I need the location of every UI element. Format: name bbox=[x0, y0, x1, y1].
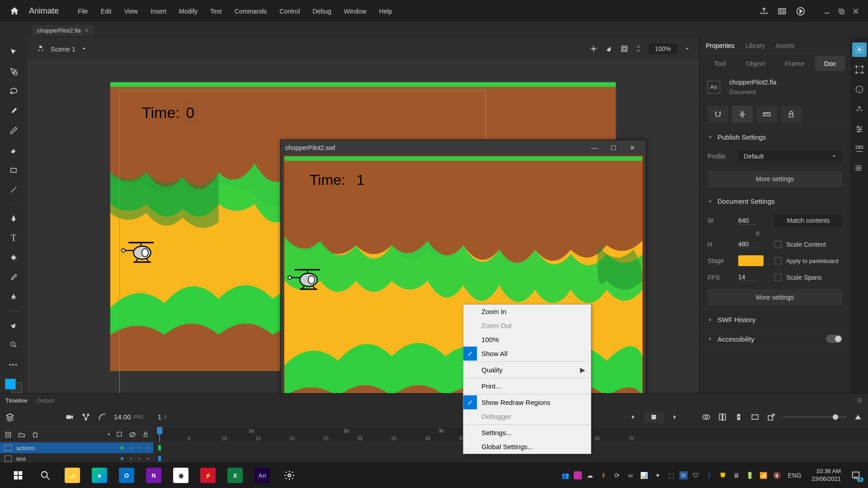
graph-icon[interactable] bbox=[81, 413, 90, 422]
clock[interactable]: 10:38 AM 23/06/2021 bbox=[807, 468, 845, 483]
edge-app[interactable]: e bbox=[86, 465, 113, 486]
delete-layer-icon[interactable] bbox=[32, 431, 39, 438]
search-button[interactable] bbox=[32, 465, 59, 486]
center-stage-icon[interactable] bbox=[590, 45, 598, 53]
fg-color[interactable] bbox=[5, 379, 16, 389]
lock-icon[interactable] bbox=[142, 431, 149, 437]
menu-window[interactable]: Window bbox=[339, 5, 372, 18]
layer-visibility-dot[interactable]: • bbox=[130, 455, 132, 462]
rotate-icon[interactable] bbox=[605, 45, 613, 53]
eraser-tool[interactable] bbox=[5, 143, 23, 158]
explorer-app[interactable]: 📁 bbox=[59, 465, 86, 486]
tray-sync-icon[interactable]: ⟳ bbox=[612, 470, 623, 481]
rail-properties-icon[interactable] bbox=[852, 42, 867, 57]
ctx-show-redraw[interactable]: ✓ Show Redraw Regions bbox=[463, 395, 591, 409]
keyframe[interactable] bbox=[158, 456, 161, 461]
eyedropper-tool[interactable] bbox=[5, 270, 23, 285]
subtab-frame[interactable]: Frame bbox=[776, 56, 813, 71]
tray-cc-icon[interactable]: ∞ bbox=[625, 470, 636, 481]
scene-name[interactable]: Scene 1 bbox=[51, 45, 75, 53]
text-tool[interactable]: T bbox=[5, 230, 23, 246]
lang-indicator[interactable]: ENG bbox=[785, 472, 804, 479]
output-tab[interactable]: Output bbox=[37, 397, 54, 404]
prev-frame-button[interactable] bbox=[629, 413, 637, 421]
layer-outline-dot[interactable]: • bbox=[146, 455, 149, 462]
color-swatch[interactable] bbox=[5, 379, 22, 393]
profile-select[interactable]: Default bbox=[738, 150, 842, 163]
rail-color-icon[interactable] bbox=[852, 102, 867, 117]
tray-word-icon[interactable]: W bbox=[679, 471, 688, 479]
lasso-tool[interactable] bbox=[5, 84, 23, 99]
stop-button[interactable] bbox=[644, 411, 664, 423]
rectangle-tool[interactable] bbox=[5, 163, 23, 178]
publish-more-button[interactable]: More settings bbox=[708, 171, 842, 187]
accessibility-toggle[interactable] bbox=[826, 335, 842, 343]
keyframe-icon[interactable] bbox=[734, 413, 743, 422]
tray-onedrive-icon[interactable]: ☁ bbox=[585, 470, 595, 481]
fps-value[interactable]: 14.00 bbox=[114, 413, 131, 421]
snap-align-button[interactable] bbox=[732, 106, 753, 123]
onion-skin-icon[interactable] bbox=[702, 413, 711, 422]
line-tool[interactable] bbox=[5, 182, 23, 197]
match-contents-button[interactable]: Match contents bbox=[774, 214, 842, 227]
ease-icon[interactable] bbox=[98, 413, 107, 422]
home-icon[interactable] bbox=[9, 6, 20, 17]
swf-minimize-button[interactable]: — bbox=[585, 141, 604, 154]
props-tab-assets[interactable]: Assets bbox=[776, 42, 795, 49]
layer-row[interactable]: actions • • • bbox=[0, 442, 153, 453]
tray-chart-icon[interactable]: 📊 bbox=[639, 470, 650, 481]
snap-magnet-button[interactable] bbox=[708, 106, 728, 123]
ctx-show-all[interactable]: ✓ Show All bbox=[463, 347, 591, 361]
selection-tool[interactable] bbox=[5, 44, 23, 60]
zoom-level[interactable]: 100% bbox=[648, 43, 677, 54]
free-transform-tool[interactable] bbox=[5, 64, 23, 80]
tray-cube-icon[interactable]: ⬚ bbox=[666, 470, 677, 481]
ctx-quality[interactable]: Quality ▶ bbox=[463, 363, 591, 377]
layer-visibility-dot[interactable]: • bbox=[130, 445, 132, 451]
clip-icon[interactable] bbox=[620, 45, 628, 53]
stage-time-value[interactable]: 0 bbox=[184, 103, 197, 122]
timeline-zoom-icon[interactable] bbox=[854, 413, 863, 422]
rail-align-icon[interactable] bbox=[852, 142, 867, 156]
menu-commands[interactable]: Commands bbox=[229, 5, 273, 18]
maximize-icon[interactable] bbox=[838, 8, 844, 14]
tab-close-icon[interactable]: ✕ bbox=[85, 28, 89, 33]
tray-wifi-icon[interactable]: 📶 bbox=[758, 470, 769, 481]
menu-control[interactable]: Control bbox=[274, 5, 305, 18]
menu-insert[interactable]: Insert bbox=[145, 5, 172, 18]
subtab-tool[interactable]: Tool bbox=[705, 56, 736, 71]
zoom-tool[interactable] bbox=[5, 338, 23, 353]
tray-teams-icon[interactable]: 👥 bbox=[560, 470, 571, 481]
layer-dot-icon[interactable]: • bbox=[108, 431, 110, 438]
subtab-doc[interactable]: Doc bbox=[815, 56, 845, 71]
lock-button[interactable] bbox=[781, 106, 802, 123]
pasteboard-checkbox[interactable] bbox=[774, 257, 782, 264]
props-tab-properties[interactable]: Properties bbox=[706, 42, 735, 49]
add-layer-icon[interactable] bbox=[5, 431, 12, 438]
tray-defender-icon[interactable]: 🛡 bbox=[690, 470, 701, 481]
ctx-global-settings[interactable]: Global Settings... bbox=[463, 440, 591, 454]
minimize-icon[interactable] bbox=[824, 8, 830, 14]
layer-color[interactable] bbox=[121, 457, 123, 460]
blank-keyframe-icon[interactable] bbox=[750, 413, 760, 422]
rail-transform-icon[interactable] bbox=[852, 62, 867, 77]
fps-input[interactable]: 14 bbox=[738, 273, 756, 281]
scene-icon[interactable] bbox=[36, 44, 45, 53]
animate-app[interactable]: An bbox=[249, 465, 276, 486]
menu-modify[interactable]: Modify bbox=[174, 5, 203, 18]
play-icon[interactable] bbox=[796, 6, 806, 16]
close-icon[interactable] bbox=[853, 8, 859, 14]
share-icon[interactable] bbox=[760, 7, 769, 16]
accessibility-header[interactable]: Accessibility bbox=[699, 329, 850, 348]
rail-swatches-icon[interactable] bbox=[852, 122, 867, 136]
tray-volume-icon[interactable]: 🔇 bbox=[772, 470, 783, 481]
export-icon[interactable] bbox=[767, 413, 776, 422]
folder-icon[interactable] bbox=[18, 431, 25, 438]
scale-spans-checkbox[interactable] bbox=[774, 274, 782, 281]
layer-lock-dot[interactable]: • bbox=[138, 445, 141, 451]
scene-chevron-icon[interactable] bbox=[81, 46, 87, 52]
publish-settings-header[interactable]: Publish Settings bbox=[699, 128, 850, 146]
workspace-icon[interactable] bbox=[778, 7, 787, 16]
document-tab[interactable]: chopperPilot2.fla ✕ bbox=[32, 25, 94, 36]
tray-shield-icon[interactable]: ⛊ bbox=[717, 470, 728, 481]
